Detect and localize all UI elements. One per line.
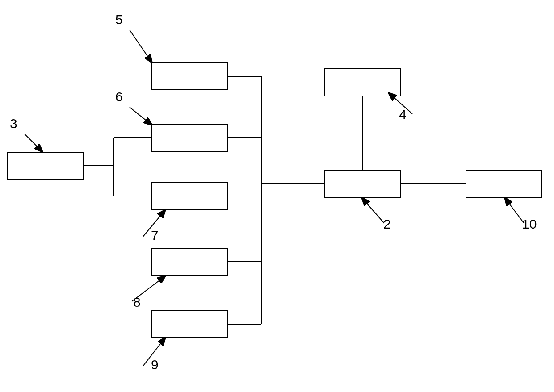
svg-line-21 (362, 198, 384, 223)
label-5: 5 (115, 12, 123, 27)
diagram-canvas: 3 5 6 7 8 9 4 2 10 (0, 0, 554, 392)
block-7 (151, 182, 228, 210)
label-3: 3 (10, 116, 17, 131)
block-4 (324, 68, 401, 96)
label-4: 4 (399, 107, 407, 122)
label-8: 8 (133, 295, 141, 310)
svg-line-14 (25, 134, 42, 152)
block-9 (151, 310, 228, 338)
block-3 (7, 152, 84, 180)
block-8 (151, 248, 228, 276)
svg-line-16 (130, 107, 152, 125)
svg-line-22 (505, 198, 524, 223)
block-10 (466, 170, 542, 198)
label-9: 9 (151, 357, 159, 372)
label-2: 2 (383, 217, 391, 232)
block-6 (151, 124, 228, 152)
svg-line-15 (130, 30, 152, 63)
label-7: 7 (151, 228, 159, 243)
label-10: 10 (522, 217, 537, 232)
block-5 (151, 62, 228, 90)
label-6: 6 (115, 89, 123, 104)
block-2 (324, 170, 401, 198)
